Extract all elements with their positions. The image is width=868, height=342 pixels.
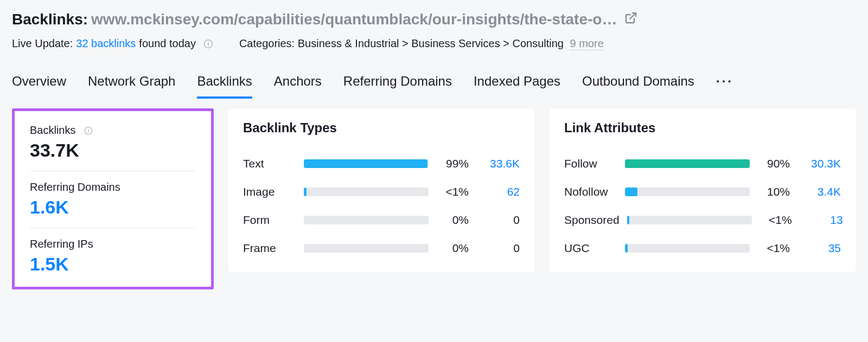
summary-referring-ips-label: Referring IPs bbox=[30, 238, 196, 250]
bar-fill bbox=[625, 188, 637, 196]
bar-fill bbox=[625, 244, 628, 253]
bar-track bbox=[625, 188, 750, 196]
link-attributes-row: Sponsored <1% 13 bbox=[564, 206, 841, 234]
row-count[interactable]: 3.4K bbox=[797, 185, 841, 198]
bar-track bbox=[304, 188, 429, 196]
row-count[interactable]: 13 bbox=[800, 214, 843, 227]
summary-backlinks-value: 33.7K bbox=[30, 140, 196, 161]
summary-referring-domains-label: Referring Domains bbox=[30, 181, 196, 193]
row-label: Image bbox=[243, 185, 296, 198]
live-update-label: Live Update: bbox=[12, 37, 73, 50]
bar-track bbox=[304, 216, 429, 224]
divider bbox=[30, 228, 196, 228]
bar-track bbox=[304, 159, 429, 168]
row-count[interactable]: 62 bbox=[476, 185, 520, 198]
link-attributes-row: Nofollow 10% 3.4K bbox=[564, 178, 841, 206]
categories: Categories: Business & Industrial > Busi… bbox=[239, 37, 604, 50]
svg-point-3 bbox=[208, 41, 209, 42]
link-attributes-row: UGC <1% 35 bbox=[564, 234, 841, 262]
row-count: 0 bbox=[476, 214, 520, 227]
live-update: Live Update: 32 backlinks found today bbox=[12, 37, 213, 50]
page-title-domain: www.mckinsey.com/capabilities/quantumbla… bbox=[91, 10, 617, 29]
tab-indexed-pages[interactable]: Indexed Pages bbox=[474, 74, 560, 99]
row-pct: 0% bbox=[436, 242, 469, 255]
svg-point-6 bbox=[88, 128, 89, 129]
summary-card: Backlinks 33.7K Referring Domains 1.6K R… bbox=[12, 108, 214, 289]
summary-backlinks-label-text: Backlinks bbox=[30, 124, 75, 137]
row-label: Form bbox=[243, 214, 296, 227]
row-pct: <1% bbox=[760, 214, 792, 227]
tab-referring-domains[interactable]: Referring Domains bbox=[343, 74, 452, 99]
live-update-suffix: found today bbox=[139, 37, 196, 50]
link-attributes-title: Link Attributes bbox=[564, 120, 841, 135]
row-label: Frame bbox=[243, 242, 296, 255]
row-count[interactable]: 30.3K bbox=[797, 157, 841, 170]
bar-fill bbox=[625, 159, 750, 168]
row-label: Nofollow bbox=[564, 185, 617, 198]
page-title-prefix: Backlinks: bbox=[12, 10, 88, 29]
backlink-types-row: Image <1% 62 bbox=[243, 178, 520, 206]
row-pct: <1% bbox=[757, 242, 790, 255]
row-pct: 99% bbox=[436, 157, 469, 170]
page-title-row: Backlinks: www.mckinsey.com/capabilities… bbox=[12, 10, 856, 29]
bar-fill bbox=[627, 216, 630, 224]
backlink-types-row: Text 99% 33.6K bbox=[243, 150, 520, 178]
row-label: Text bbox=[243, 157, 296, 170]
tab-overview[interactable]: Overview bbox=[12, 74, 66, 99]
row-pct: <1% bbox=[436, 185, 469, 198]
tab-backlinks[interactable]: Backlinks bbox=[197, 74, 252, 99]
tab-anchors[interactable]: Anchors bbox=[274, 74, 322, 99]
bar-track bbox=[625, 159, 750, 168]
backlink-types-title: Backlink Types bbox=[243, 120, 520, 135]
link-attributes-row: Follow 90% 30.3K bbox=[564, 150, 841, 178]
row-label: Sponsored bbox=[564, 214, 620, 227]
row-label: Follow bbox=[564, 157, 617, 170]
bar-track bbox=[625, 244, 750, 253]
tab-outbound-domains[interactable]: Outbound Domains bbox=[582, 74, 694, 99]
backlink-types-row: Form 0% 0 bbox=[243, 206, 520, 234]
row-pct: 90% bbox=[757, 157, 790, 170]
bar-track bbox=[627, 216, 752, 224]
row-pct: 10% bbox=[757, 185, 790, 198]
bar-fill bbox=[304, 188, 307, 196]
live-update-backlinks-link[interactable]: 32 backlinks bbox=[76, 37, 136, 50]
bar-fill bbox=[304, 159, 427, 168]
svg-line-0 bbox=[630, 13, 636, 19]
tab-network-graph[interactable]: Network Graph bbox=[88, 74, 175, 99]
summary-referring-ips-value[interactable]: 1.5K bbox=[30, 254, 196, 275]
row-count[interactable]: 35 bbox=[797, 242, 841, 255]
link-attributes-panel: Link Attributes Follow 90% 30.3K Nofollo… bbox=[549, 108, 856, 272]
summary-backlinks-label: Backlinks bbox=[30, 124, 196, 137]
categories-text: Categories: Business & Industrial > Busi… bbox=[239, 37, 564, 49]
row-pct: 0% bbox=[436, 214, 469, 227]
row-label: UGC bbox=[564, 242, 617, 255]
tabs: Overview Network Graph Backlinks Anchors… bbox=[0, 50, 868, 99]
backlink-types-row: Frame 0% 0 bbox=[243, 234, 520, 262]
external-link-icon[interactable] bbox=[624, 11, 637, 24]
bar-track bbox=[304, 244, 429, 253]
tabs-more-icon[interactable]: ··· bbox=[716, 74, 733, 99]
backlink-types-panel: Backlink Types Text 99% 33.6K Image <1% … bbox=[228, 108, 535, 272]
info-icon[interactable] bbox=[84, 126, 93, 135]
categories-more-link[interactable]: 9 more bbox=[570, 37, 604, 50]
divider bbox=[30, 171, 196, 171]
summary-referring-domains-value[interactable]: 1.6K bbox=[30, 197, 196, 218]
row-count: 0 bbox=[476, 242, 520, 255]
info-icon[interactable] bbox=[203, 39, 213, 49]
row-count[interactable]: 33.6K bbox=[476, 157, 520, 170]
